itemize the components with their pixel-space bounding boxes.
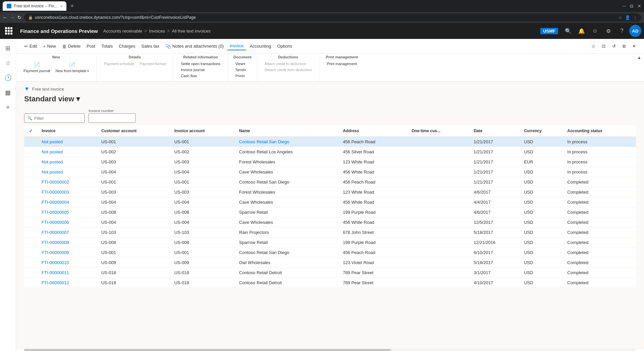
notifications-button[interactable]: 🔔 [576,25,588,37]
ribbon-send-button[interactable]: Send ▾ [233,67,248,72]
table-row[interactable]: FTI-00000010 US-009 US-009 Owl Wholesale… [24,258,636,268]
profile-icon[interactable]: 👤 [625,15,630,20]
invoice-cell[interactable]: FTI-00000011 [38,268,97,278]
invoice-cell[interactable]: FTI-00000004 [38,197,97,207]
ribbon-invoice-journal-button[interactable]: Invoice journal [179,67,207,72]
breadcrumb-accounts-receivable[interactable]: Accounts receivable [103,29,142,34]
personalize-button[interactable]: ◇ [589,42,598,50]
sidebar-item-favorites[interactable]: ☆ [1,56,15,70]
table-row[interactable]: FTI-00000012 US-018 US-018 Contoso Retai… [24,278,636,288]
row-checkbox-cell[interactable] [24,187,38,197]
feedback-button[interactable]: ☺ [589,25,601,37]
table-row[interactable]: FTI-00000002 US-001 US-001 Contoso Retai… [24,177,636,187]
bookmark-icon[interactable]: ☆ [618,15,622,20]
invoice-cell[interactable]: FTI-00000002 [38,177,97,187]
invoice-tab-button[interactable]: Invoice [227,42,246,50]
row-checkbox-cell[interactable] [24,147,38,157]
browser-tab[interactable]: Free text invoice -- Fin... × [3,1,66,11]
minimize-button[interactable]: ─ [623,3,626,9]
restore-button[interactable]: ⧉ [630,3,633,9]
forward-button[interactable]: → [10,15,15,20]
invoice-cell[interactable]: Not posted [38,157,97,167]
ribbon-collapse-button[interactable]: ▲ [634,54,644,61]
back-button[interactable]: ← [3,15,7,20]
refresh-button[interactable]: ↻ [17,15,21,20]
invoice-cell[interactable]: FTI-00000005 [38,207,97,217]
help-button[interactable]: ? [616,25,628,37]
totals-button[interactable]: Totals [99,42,115,50]
invoice-cell[interactable]: Not posted [38,147,97,157]
sidebar-item-recent[interactable]: 🕐 [1,71,15,85]
new-button[interactable]: + New [40,42,58,50]
table-row[interactable]: Not posted US-002 US-002 Contoso Retail … [24,147,636,157]
table-row[interactable]: FTI-00000003 US-003 US-003 Forest Wholes… [24,187,636,197]
pop-out-button[interactable]: ⧉ [620,42,628,50]
scrollbar-thumb[interactable] [24,349,391,351]
row-checkbox-cell[interactable] [24,238,38,248]
row-checkbox-cell[interactable] [24,248,38,258]
row-checkbox-cell[interactable] [24,278,38,288]
invoice-cell[interactable]: Not posted [38,167,97,177]
table-row[interactable]: FTI-00000011 US-018 US-018 Contoso Retai… [24,268,636,278]
row-checkbox-cell[interactable] [24,177,38,187]
search-nav-button[interactable]: 🔍 [562,25,574,37]
ribbon-print-management-button[interactable]: Print management [325,61,359,66]
table-row[interactable]: Not posted US-003 US-003 Forest Wholesal… [24,157,636,167]
table-row[interactable]: Not posted US-001 US-001 Contoso Retail … [24,137,636,147]
menu-icon[interactable]: ⋮ [633,15,637,20]
sidebar-item-home[interactable]: ⊞ [1,42,15,55]
select-all-checkbox[interactable]: ✓ [29,128,33,134]
table-row[interactable]: FTI-00000006 US-004 US-004 Cave Wholesal… [24,217,636,228]
row-checkbox-cell[interactable] [24,258,38,268]
breadcrumb-all-free-text-invoices[interactable]: All free text invoices [172,29,211,34]
ribbon-view-button[interactable]: View ▾ [233,61,247,66]
invoice-cell[interactable]: FTI-00000012 [38,278,97,288]
row-checkbox-cell[interactable] [24,268,38,278]
edit-button[interactable]: ✏ Edit [21,42,40,50]
row-checkbox-cell[interactable] [24,137,38,147]
table-row[interactable]: Not posted US-004 US-004 Cave Wholesales… [24,167,636,177]
table-row[interactable]: FTI-00000005 US-008 US-008 Sparrow Retai… [24,207,636,217]
ribbon-print-button[interactable]: Print ▾ [233,73,247,79]
invoice-cell[interactable]: FTI-00000003 [38,187,97,197]
table-row[interactable]: FTI-00000004 US-004 US-004 Cave Wholesal… [24,197,636,207]
close-panel-button[interactable]: ✕ [630,42,639,50]
sales-tax-button[interactable]: Sales tax [139,42,162,50]
view-title[interactable]: Standard view ▾ [24,95,636,103]
filter-search-input[interactable] [34,116,81,121]
open-in-new-button[interactable]: ⊡ [599,42,608,50]
ribbon-settle-open-button[interactable]: Settle open transactions [179,61,222,66]
invoice-cell[interactable]: Not posted [38,137,97,147]
ribbon-cash-flow-button[interactable]: Cash flow [179,73,199,79]
horizontal-scrollbar[interactable] [16,348,644,351]
invoice-cell[interactable]: FTI-00000006 [38,217,97,228]
close-window-button[interactable]: ✕ [637,3,641,9]
address-bar[interactable]: 🔒 usnconeboxa1aos.cloud.onebox.dynamics.… [24,13,641,21]
options-button[interactable]: Options [275,42,295,50]
invoice-cell[interactable]: FTI-00000008 [38,238,97,248]
waffle-menu-button[interactable] [3,25,15,37]
row-checkbox-cell[interactable] [24,157,38,167]
table-container[interactable]: ✓ Invoice Customer account Invoice accou… [16,126,644,348]
ribbon-new-from-template-button[interactable]: 📄 New from template ▾ [54,61,91,73]
ribbon-payment-journal-button[interactable]: 📄 Payment journal [21,61,52,73]
accounting-button[interactable]: Accounting [247,42,274,50]
user-avatar-button[interactable]: AD [629,25,641,37]
table-row[interactable]: FTI-00000009 US-001 US-001 Contoso Retai… [24,248,636,258]
settings-button[interactable]: ⚙ [602,25,614,37]
sidebar-item-modules[interactable]: ≡ [1,101,15,114]
table-row[interactable]: FTI-00000008 US-008 US-008 Sparrow Retai… [24,238,636,248]
post-button[interactable]: Post [84,42,98,50]
table-row[interactable]: FTI-00000007 US-103 US-103 Rain Projecto… [24,228,636,238]
tab-close-button[interactable]: × [60,4,62,8]
breadcrumb-invoices[interactable]: Invoices [149,29,165,34]
invoice-cell[interactable]: FTI-00000010 [38,258,97,268]
notes-attachments-button[interactable]: 📎 Notes and attachments (0) [163,42,226,50]
add-tab-button[interactable]: + [69,3,75,10]
invoice-cell[interactable]: FTI-00000007 [38,228,97,238]
row-checkbox-cell[interactable] [24,197,38,207]
invoice-number-input[interactable] [89,113,136,123]
row-checkbox-cell[interactable] [24,228,38,238]
filter-icon[interactable]: ▼ [24,86,30,92]
row-checkbox-cell[interactable] [24,207,38,217]
